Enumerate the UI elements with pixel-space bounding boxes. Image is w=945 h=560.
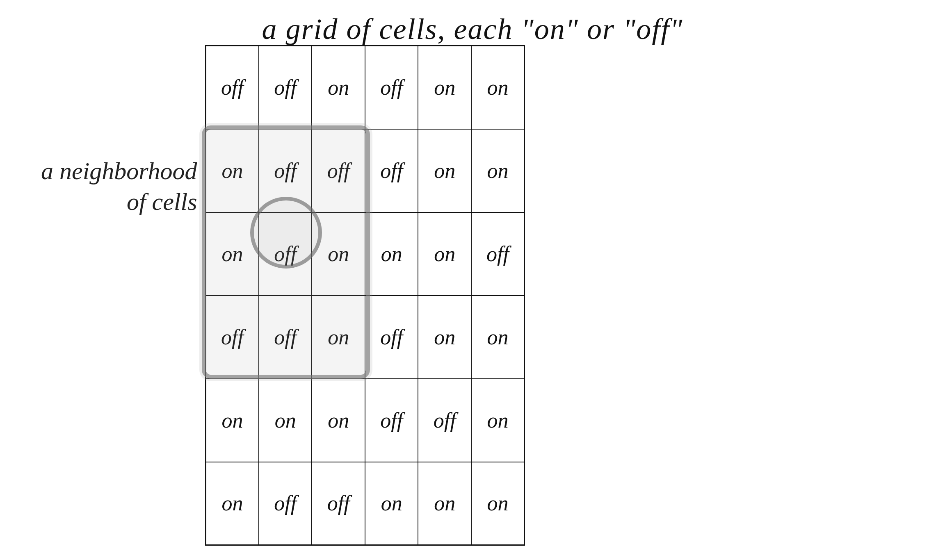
grid-cell: off (259, 129, 312, 212)
grid-cell: on (206, 379, 259, 462)
grid-cell: off (365, 379, 418, 462)
grid-cell: on (206, 129, 259, 212)
grid-table: offoffonoffonononoffoffoffonononoffonono… (205, 45, 525, 546)
grid-cell: off (259, 462, 312, 545)
grid-cell: on (471, 462, 525, 545)
grid-cell: on (471, 46, 525, 129)
grid-cell: on (206, 212, 259, 296)
grid-cell: on (365, 462, 418, 545)
grid-cell: on (418, 296, 471, 379)
grid-cell: on (312, 46, 365, 129)
grid-cell: off (418, 379, 471, 462)
page-title: a grid of cells, each "on" or "off" (0, 12, 945, 46)
grid-cell: off (365, 129, 418, 212)
grid-cell: on (471, 129, 525, 212)
grid-cell: on (206, 462, 259, 545)
grid-cell: off (365, 46, 418, 129)
grid-cell: off (312, 462, 365, 545)
grid-container: offoffonoffonononoffoffoffonononoffonono… (205, 45, 525, 545)
grid-cell: on (312, 379, 365, 462)
grid-cell: off (312, 129, 365, 212)
grid-cell: off (259, 212, 312, 296)
grid-cell: on (418, 46, 471, 129)
grid-cell: on (418, 462, 471, 545)
grid-cell: off (206, 46, 259, 129)
grid-cell: on (418, 129, 471, 212)
grid-cell: on (471, 296, 525, 379)
grid-cell: on (312, 296, 365, 379)
grid-cell: on (365, 212, 418, 296)
grid-wrapper: offoffonoffonononoffoffoffonononoffonono… (205, 45, 525, 545)
grid-cell: off (259, 296, 312, 379)
grid-cell: on (259, 379, 312, 462)
grid-cell: off (259, 46, 312, 129)
grid-cell: off (471, 212, 525, 296)
grid-cell: on (312, 212, 365, 296)
grid-cell: off (365, 296, 418, 379)
grid-cell: off (206, 296, 259, 379)
annotation-label: a neighborhood of cells (41, 156, 197, 217)
grid-cell: on (418, 212, 471, 296)
grid-cell: on (471, 379, 525, 462)
